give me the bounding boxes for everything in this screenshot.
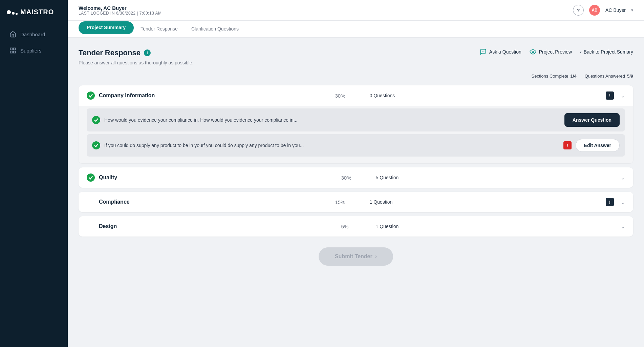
svg-point-4 <box>482 51 483 52</box>
edit-answer-button[interactable]: Edit Answer <box>576 139 620 152</box>
sub-check-2 <box>92 141 100 149</box>
sub-question-2: If you could do supply any product to be… <box>87 134 625 157</box>
section-compliance-questions: 1 Question <box>370 199 602 205</box>
svg-rect-3 <box>14 51 16 53</box>
quality-check-icon <box>87 174 95 182</box>
logo-text: MAISTRO <box>20 8 54 16</box>
svg-rect-2 <box>10 51 13 53</box>
eye-icon <box>530 48 536 55</box>
section-quality-pct: 30% <box>341 175 358 181</box>
tab-tender-response[interactable]: Tender Response <box>134 21 185 38</box>
sub-check-1 <box>92 116 100 124</box>
tab-project-summary[interactable]: Project Summary <box>79 21 134 34</box>
questions-answered-label: Questions Answered <box>585 74 625 79</box>
section-company-information-pct: 30% <box>335 93 352 99</box>
tender-title-text: Tender Response <box>79 48 141 57</box>
design-chevron: ⌄ <box>621 223 625 230</box>
logo-dot-large <box>7 10 11 14</box>
sub-checkmark-1-icon <box>94 118 99 122</box>
submit-row: Submit Tender › <box>79 247 633 266</box>
help-button[interactable]: ? <box>573 5 584 16</box>
questions-answered-stat: Questions Answered 5/9 <box>585 74 633 79</box>
svg-rect-1 <box>14 48 16 50</box>
sections-complete-stat: Sections Complete 1/4 <box>531 74 576 79</box>
sidebar-item-dashboard-label: Dashboard <box>20 32 45 37</box>
project-preview-label: Project Preview <box>539 49 572 55</box>
question-bubble-icon <box>480 48 487 55</box>
section-chevron: ⌄ <box>621 93 625 99</box>
logo-icon <box>7 9 18 15</box>
back-chevron: ‹ <box>580 49 582 55</box>
quality-checkmark-icon <box>88 175 93 180</box>
back-to-project-link[interactable]: ‹ Back to Project Sumary <box>580 49 633 55</box>
ask-question-label: Ask a Question <box>489 49 521 55</box>
svg-point-6 <box>484 51 485 52</box>
section-quality-header[interactable]: Quality 30% 5 Question ⌄ <box>79 167 633 188</box>
svg-point-5 <box>483 51 484 52</box>
ask-question-link[interactable]: Ask a Question <box>480 48 521 55</box>
home-icon <box>9 31 16 38</box>
svg-point-7 <box>532 51 534 53</box>
info-icon[interactable]: i <box>144 49 151 56</box>
sidebar-item-suppliers[interactable]: Suppliers <box>4 43 64 58</box>
section-design: Design 5% 1 Question ⌄ <box>79 216 633 237</box>
section-design-header[interactable]: Design 5% 1 Question ⌄ <box>79 216 633 237</box>
logo-dot-medium <box>12 12 15 15</box>
tender-title: Tender Response i <box>79 48 151 57</box>
header-left: Welcome, AC Buyer LAST LOGGED IN 6/30/20… <box>79 5 162 16</box>
tab-bar: Project Summary Tender Response Clarific… <box>68 21 644 38</box>
submit-tender-button[interactable]: Submit Tender › <box>319 247 393 266</box>
submit-arrow-icon: › <box>375 253 377 260</box>
tender-title-group: Tender Response i <box>79 48 151 57</box>
welcome-text: Welcome, AC Buyer <box>79 5 162 11</box>
last-login-text: LAST LOGGED IN 6/30/2022 | 7:00:13 AM <box>79 11 162 16</box>
project-preview-link[interactable]: Project Preview <box>530 48 572 55</box>
section-company-information-name: Company Information <box>99 93 331 99</box>
user-name: AC Buyer <box>605 7 626 13</box>
tender-header: Tender Response i Ask a Question <box>79 48 633 57</box>
sub-question-1-text: How would you evidence your compliance i… <box>104 117 560 123</box>
section-quality-questions: 5 Question <box>376 175 614 180</box>
sub-questions-company: How would you evidence your compliance i… <box>79 106 633 163</box>
submit-tender-label: Submit Tender <box>335 253 372 260</box>
section-compliance-pct: 15% <box>335 199 352 205</box>
sections-complete-value: 1/4 <box>571 74 577 79</box>
tab-clarification-questions[interactable]: Clarification Questions <box>185 21 245 38</box>
sidebar-item-dashboard[interactable]: Dashboard <box>4 27 64 42</box>
quality-chevron: ⌄ <box>621 175 625 181</box>
avatar: AB <box>589 5 600 16</box>
user-menu-chevron[interactable]: ▾ <box>631 8 633 13</box>
section-company-information: Company Information 30% 0 Questions ! ⌄ <box>79 85 633 163</box>
section-design-pct: 5% <box>341 224 358 229</box>
sidebar-nav: Dashboard Suppliers <box>0 24 68 61</box>
compliance-chevron: ⌄ <box>621 199 625 205</box>
section-compliance-header[interactable]: Compliance 15% 1 Question ! ⌄ <box>79 192 633 212</box>
sub-alert-icon-red: ! <box>563 141 572 149</box>
section-company-information-questions: 0 Questions <box>370 93 602 98</box>
section-compliance-name: Compliance <box>99 199 331 205</box>
logo-dot-small <box>16 13 18 15</box>
sub-question-2-text: If you could do supply any product to be… <box>104 143 559 148</box>
section-company-information-header[interactable]: Company Information 30% 0 Questions ! ⌄ <box>79 85 633 106</box>
section-check-icon <box>87 91 95 100</box>
logo: MAISTRO <box>0 0 68 24</box>
tender-subtitle: Please answer all questions as thoroughl… <box>79 60 633 65</box>
page-content: Project Summary Tender Response Clarific… <box>68 21 644 347</box>
sidebar-item-suppliers-label: Suppliers <box>20 48 42 54</box>
sidebar: MAISTRO Dashboard Suppliers <box>0 0 68 347</box>
sub-question-1: How would you evidence your compliance i… <box>87 108 625 131</box>
section-design-questions: 1 Question <box>376 224 614 229</box>
back-label: Back to Project Sumary <box>584 49 633 55</box>
header-right: ? AB AC Buyer ▾ <box>573 5 633 16</box>
section-compliance: Compliance 15% 1 Question ! ⌄ <box>79 192 633 212</box>
alert-icon-dark: ! <box>606 91 614 100</box>
main-content: Welcome, AC Buyer LAST LOGGED IN 6/30/20… <box>68 0 644 347</box>
section-design-name: Design <box>99 223 337 229</box>
compliance-no-check-spacer <box>87 198 95 206</box>
tender-actions: Ask a Question Project Preview ‹ Back to… <box>480 48 633 55</box>
answer-question-button[interactable]: Answer Question <box>564 113 620 127</box>
section-quality: Quality 30% 5 Question ⌄ <box>79 167 633 188</box>
grid-icon <box>9 47 16 54</box>
checkmark-icon <box>88 93 93 98</box>
tender-response-section: Tender Response i Ask a Question <box>68 38 644 277</box>
